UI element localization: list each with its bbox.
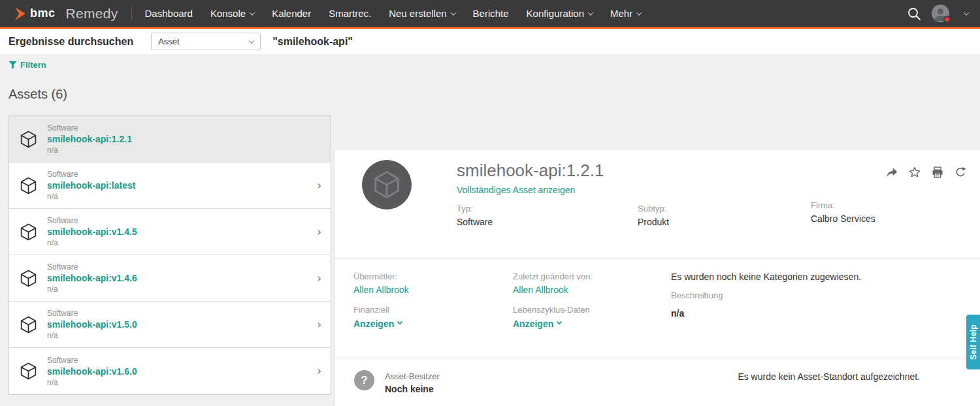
nav-divider — [131, 7, 132, 20]
list-item[interactable]: Software smilehook-api:v1.4.5 n/a › — [9, 209, 331, 255]
chevron-right-icon: › — [317, 180, 321, 191]
search-results-bar: Ergebnisse durchsuchen Asset "smilehook-… — [0, 29, 980, 55]
nav-item-konfiguration[interactable]: Konfiguration — [527, 8, 593, 19]
list-item[interactable]: Software smilehook-api:latest n/a › — [9, 163, 331, 209]
field-firma: Firma: Calbro Services — [811, 200, 875, 224]
asset-type: Software — [47, 170, 135, 179]
filter-button[interactable]: Filtern — [8, 60, 46, 70]
refresh-icon[interactable] — [954, 166, 967, 179]
asset-subtitle: n/a — [47, 146, 132, 155]
search-icon[interactable] — [907, 7, 921, 21]
chevron-down-icon — [450, 10, 455, 15]
asset-title-link[interactable]: smilehook-api:1.2.1 — [47, 134, 132, 144]
self-help-tab[interactable]: Self Help — [966, 315, 980, 369]
asset-type: Software — [47, 123, 132, 133]
chevron-down-icon — [588, 10, 593, 15]
chevron-down-icon — [557, 319, 562, 324]
nav-item-konsole[interactable]: Konsole — [210, 8, 254, 19]
list-item[interactable]: Software smilehook-api:1.2.1 n/a — [9, 116, 331, 163]
asset-subtitle: n/a — [47, 285, 137, 294]
printer-icon[interactable] — [931, 166, 944, 179]
asset-type: Software — [47, 356, 137, 365]
location-text: Es wurde kein Asset-Standort aufgezeichn… — [738, 371, 920, 382]
cube-icon — [372, 170, 402, 200]
cube-icon — [19, 362, 38, 381]
divider — [335, 358, 980, 358]
nav-item-kalender[interactable]: Kalender — [272, 8, 311, 19]
meta-uebermittler: Übermittler: Allen Allbrook Finanziell A… — [353, 272, 409, 329]
asset-subtitle: n/a — [47, 192, 135, 201]
uebermittler-link[interactable]: Allen Allbrook — [353, 285, 409, 295]
finanziell-anzeigen-link[interactable]: Anzeigen — [353, 319, 409, 329]
scope-select-value: Asset — [158, 37, 180, 46]
chevron-down-icon — [636, 10, 642, 15]
chevron-down-icon — [397, 319, 402, 324]
chevron-right-icon: › — [317, 226, 321, 238]
brand[interactable]: bmc Remedy — [14, 6, 118, 22]
notification-dot — [943, 16, 951, 23]
asset-title-link[interactable]: smilehook-api:latest — [47, 180, 135, 191]
asset-owner: Asset-Besitzer Noch keine — [385, 371, 440, 394]
asset-subtitle: n/a — [47, 378, 137, 387]
meta-kategorien: Es wurden noch keine Kategorien zugewies… — [671, 272, 861, 319]
scope-select[interactable]: Asset — [151, 33, 261, 50]
meta-geaendert: Zuletzt geändert von: Allen Allbrook Leb… — [513, 272, 593, 329]
chevron-right-icon: › — [317, 273, 321, 284]
asset-detail-title: smilehook-api:1.2.1 — [457, 161, 604, 181]
brand-product: Remedy — [66, 6, 118, 22]
chevron-down-icon[interactable] — [964, 10, 969, 15]
geaendert-link[interactable]: Allen Allbrook — [513, 285, 593, 295]
list-item[interactable]: Software smilehook-api:v1.4.6 n/a › — [9, 255, 331, 302]
top-nav: bmc Remedy Dashboard Konsole Kalender Sm… — [0, 0, 980, 27]
nav-items: Dashboard Konsole Kalender Smartrec. Neu… — [145, 8, 642, 19]
asset-title-link[interactable]: smilehook-api:v1.6.0 — [47, 366, 137, 377]
detail-actions — [885, 166, 967, 179]
cube-icon — [19, 223, 38, 242]
share-icon[interactable] — [885, 166, 898, 179]
view-full-asset-link[interactable]: Vollständiges Asset anzeigen — [457, 185, 575, 195]
filter-band: Filtern — [0, 55, 980, 75]
list-item[interactable]: Software smilehook-api:v1.6.0 n/a › — [9, 348, 331, 394]
nav-item-dashboard[interactable]: Dashboard — [145, 8, 193, 19]
owner-value: Noch keine — [385, 384, 440, 394]
asset-title-link[interactable]: smilehook-api:v1.5.0 — [47, 319, 137, 330]
cube-icon — [19, 176, 38, 195]
beschreibung-value: n/a — [671, 308, 861, 319]
search-query: "smilehook-api" — [272, 36, 353, 48]
brand-name: bmc — [30, 7, 56, 20]
field-typ: Typ: Software — [457, 204, 493, 227]
chevron-right-icon: › — [317, 366, 321, 377]
asset-type: Software — [47, 216, 137, 225]
nav-item-smartrec[interactable]: Smartrec. — [329, 8, 371, 19]
divider — [335, 258, 980, 259]
page-title: Ergebnisse durchsuchen — [8, 36, 133, 48]
asset-subtitle: n/a — [47, 238, 137, 247]
asset-type: Software — [47, 262, 137, 272]
field-subtyp: Subtyp: Produkt — [638, 204, 669, 227]
kategorien-text: Es wurden noch keine Kategorien zugewies… — [671, 272, 861, 282]
list-item[interactable]: Software smilehook-api:v1.5.0 n/a › — [9, 302, 331, 348]
cube-icon — [19, 130, 38, 149]
user-menu[interactable] — [932, 5, 949, 22]
funnel-icon — [8, 61, 17, 69]
cube-icon — [19, 269, 38, 288]
question-mark-icon: ? — [354, 370, 374, 390]
chevron-down-icon — [250, 10, 255, 15]
nav-item-berichte[interactable]: Berichte — [473, 8, 509, 19]
nav-item-neu-erstellen[interactable]: Neu erstellen — [389, 8, 455, 19]
results-list: Software smilehook-api:1.2.1 n/a Softwar… — [8, 116, 331, 395]
asset-type: Software — [47, 309, 137, 318]
asset-subtitle: n/a — [47, 331, 137, 340]
lebenszyklus-anzeigen-link[interactable]: Anzeigen — [513, 319, 593, 329]
chevron-right-icon: › — [317, 319, 321, 330]
chevron-down-icon — [249, 38, 254, 43]
asset-avatar — [362, 160, 412, 210]
content-area: Assets (6) Software smilehook-api:1.2.1 … — [0, 75, 980, 406]
asset-title-link[interactable]: smilehook-api:v1.4.6 — [47, 273, 137, 283]
nav-item-mehr[interactable]: Mehr — [610, 8, 641, 19]
asset-detail-panel: smilehook-api:1.2.1 Vollständiges Asset … — [334, 150, 980, 406]
star-icon[interactable] — [908, 166, 921, 179]
asset-title-link[interactable]: smilehook-api:v1.4.5 — [47, 226, 137, 237]
bmc-logo-icon — [14, 7, 27, 21]
results-heading: Assets (6) — [8, 87, 67, 102]
